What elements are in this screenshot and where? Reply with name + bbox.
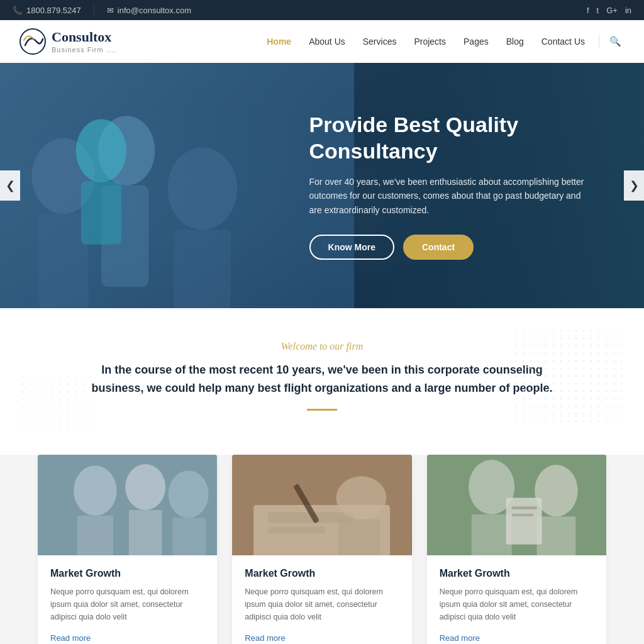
- hero-description: For over 40 years, we've been enthusiast…: [309, 175, 592, 217]
- googleplus-icon[interactable]: G+: [606, 6, 618, 15]
- phone-icon: 📞: [13, 6, 23, 15]
- nav-about[interactable]: About Us: [301, 33, 353, 50]
- card-2-body: Market Growth Neque porro quisquam est, …: [232, 555, 411, 644]
- svg-point-21: [336, 476, 387, 519]
- logo: Consultox Business Firm ....: [19, 28, 116, 55]
- main-nav: Home About Us Services Projects Pages Bl…: [259, 32, 625, 51]
- svg-rect-31: [511, 513, 533, 516]
- hero-content: Provide Best Quality Consultancy For ove…: [309, 111, 592, 260]
- svg-rect-12: [77, 516, 113, 555]
- card-2-link[interactable]: Read more: [245, 633, 285, 643]
- card-3-link[interactable]: Read more: [440, 633, 480, 643]
- nav-blog[interactable]: Blog: [499, 33, 531, 50]
- nav-home[interactable]: Home: [259, 33, 299, 50]
- logo-icon: [19, 28, 47, 55]
- card-3-body: Market Growth Neque porro quisquam est, …: [427, 555, 606, 644]
- hero-prev-arrow[interactable]: ❮: [0, 170, 20, 201]
- svg-rect-14: [129, 510, 162, 555]
- hero-next-arrow[interactable]: ❯: [624, 170, 644, 201]
- know-more-button[interactable]: Know More: [309, 235, 394, 260]
- svg-rect-26: [471, 514, 511, 555]
- search-icon[interactable]: 🔍: [606, 32, 625, 51]
- contact-button[interactable]: Contact: [403, 235, 474, 260]
- brand-name: Consultox: [52, 29, 116, 45]
- svg-point-15: [169, 470, 209, 518]
- top-bar-contacts: 📞 1800.879.5247 ✉ info@consultox.com: [13, 5, 191, 15]
- hero-image: [0, 63, 354, 308]
- top-bar-separator: [94, 5, 94, 15]
- cards-grid: Market Growth Neque porro quisquam est, …: [0, 455, 644, 644]
- hero-buttons: Know More Contact: [309, 235, 592, 260]
- email-contact: ✉ info@consultox.com: [107, 6, 191, 15]
- card-1-title: Market Growth: [50, 568, 204, 579]
- hero-section: Provide Best Quality Consultancy For ove…: [0, 63, 644, 308]
- nav-separator: [599, 35, 599, 48]
- svg-rect-7: [174, 230, 231, 308]
- nav-contact[interactable]: Contact Us: [534, 33, 592, 50]
- svg-point-8: [76, 119, 126, 182]
- svg-rect-16: [173, 518, 206, 555]
- header: Consultox Business Firm .... Home About …: [0, 20, 644, 63]
- card-1-link[interactable]: Read more: [50, 633, 91, 643]
- card-3: Market Growth Neque porro quisquam est, …: [427, 455, 606, 644]
- cards-section: Market Growth Neque porro quisquam est, …: [0, 455, 644, 644]
- facebook-icon[interactable]: f: [587, 6, 589, 15]
- svg-rect-28: [536, 516, 575, 555]
- svg-rect-10: [38, 455, 217, 555]
- svg-rect-3: [38, 214, 88, 308]
- twitter-icon[interactable]: t: [597, 6, 599, 15]
- top-bar: 📞 1800.879.5247 ✉ info@consultox.com f t…: [0, 0, 644, 20]
- svg-point-13: [125, 464, 165, 510]
- hero-title: Provide Best Quality Consultancy: [309, 111, 592, 165]
- svg-rect-30: [511, 506, 536, 509]
- linkedin-icon[interactable]: in: [625, 6, 631, 15]
- logo-text: Consultox Business Firm ....: [52, 29, 116, 54]
- svg-rect-20: [268, 526, 325, 533]
- card-2-text: Neque porro quisquam est, qui dolorem ip…: [245, 586, 399, 623]
- svg-rect-22: [338, 519, 380, 555]
- nav-projects[interactable]: Projects: [406, 33, 453, 50]
- card-3-text: Neque porro quisquam est, qui dolorem ip…: [440, 586, 594, 623]
- card-1: Market Growth Neque porro quisquam est, …: [38, 455, 217, 644]
- svg-rect-9: [81, 181, 121, 245]
- svg-rect-23: [293, 483, 319, 523]
- card-3-title: Market Growth: [440, 568, 594, 579]
- svg-rect-17: [232, 455, 411, 555]
- card-2: Market Growth Neque porro quisquam est, …: [232, 455, 411, 644]
- nav-services[interactable]: Services: [355, 33, 404, 50]
- welcome-section: Welcome to our firm In the course of the…: [0, 308, 644, 455]
- svg-point-6: [168, 148, 238, 230]
- svg-rect-24: [427, 455, 606, 555]
- card-1-image: [38, 455, 217, 555]
- card-1-body: Market Growth Neque porro quisquam est, …: [38, 555, 217, 644]
- phone-number: 1800.879.5247: [26, 6, 81, 15]
- phone-contact: 📞 1800.879.5247: [13, 6, 81, 15]
- email-address: info@consultox.com: [118, 6, 191, 15]
- welcome-italic: Welcome to our firm: [38, 341, 606, 352]
- social-links: f t G+ in: [587, 6, 631, 15]
- svg-point-25: [469, 460, 514, 514]
- svg-rect-29: [506, 497, 541, 544]
- svg-rect-18: [254, 505, 391, 555]
- svg-point-11: [74, 465, 116, 516]
- card-2-image: [232, 455, 411, 555]
- email-icon: ✉: [107, 6, 114, 15]
- card-1-text: Neque porro quisquam est, qui dolorem ip…: [50, 586, 204, 623]
- brand-tagline: Business Firm ....: [52, 46, 116, 54]
- svg-point-27: [535, 465, 577, 516]
- nav-pages[interactable]: Pages: [456, 33, 496, 50]
- card-2-title: Market Growth: [245, 568, 399, 579]
- welcome-heading: In the course of the most recent 10 year…: [77, 361, 567, 397]
- svg-rect-19: [268, 512, 354, 523]
- welcome-divider: [307, 409, 337, 411]
- card-3-image: [427, 455, 606, 555]
